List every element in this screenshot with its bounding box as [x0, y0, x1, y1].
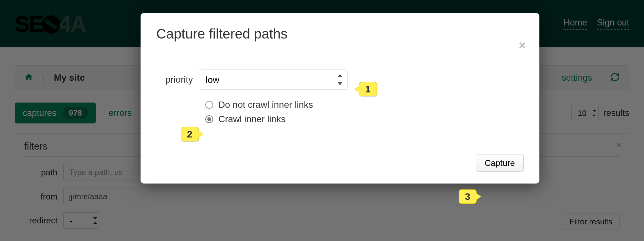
capture-paths-modal: Capture filtered paths × priority low Do… — [141, 13, 539, 184]
radio-crawl[interactable]: Crawl inner links — [205, 114, 524, 124]
modal-title: Capture filtered paths — [156, 26, 524, 42]
radio-do-not-crawl[interactable]: Do not crawl inner links — [205, 100, 524, 110]
capture-button[interactable]: Capture — [476, 154, 524, 172]
radio-icon — [205, 115, 213, 123]
divider — [156, 50, 524, 50]
annotation-1: 1 — [359, 82, 377, 96]
radio-crawl-label: Crawl inner links — [218, 114, 285, 124]
modal-close-icon[interactable]: × — [519, 39, 526, 52]
priority-select[interactable]: low — [199, 70, 347, 90]
radio-do-not-crawl-label: Do not crawl inner links — [218, 100, 313, 110]
priority-label: priority — [156, 74, 199, 85]
annotation-3: 3 — [459, 189, 477, 204]
radio-icon — [205, 101, 213, 109]
annotation-2: 2 — [181, 127, 199, 141]
